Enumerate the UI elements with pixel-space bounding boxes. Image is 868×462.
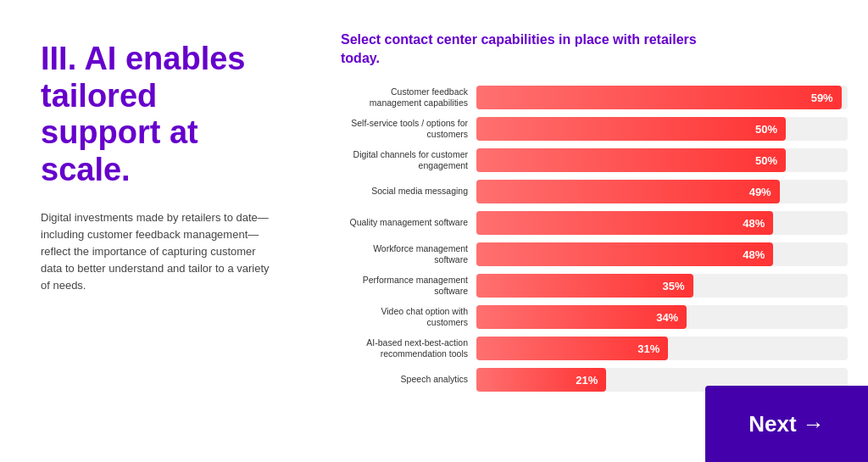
bar-label: Customer feedback management capabilitie… bbox=[341, 86, 468, 109]
bar-label: Social media messaging bbox=[341, 186, 468, 198]
bar-label: Performance management software bbox=[341, 275, 468, 298]
bar-value: 48% bbox=[743, 248, 765, 261]
bar-fill: 48% bbox=[476, 242, 773, 266]
bar-label: Digital channels for customer engagement bbox=[341, 149, 468, 172]
bar-fill: 31% bbox=[476, 337, 668, 360]
chart-title: Select contact center capabilities in pl… bbox=[341, 31, 697, 67]
bar-fill: 21% bbox=[476, 368, 606, 392]
bar-row: Digital channels for customer engagement… bbox=[341, 147, 848, 174]
bar-value: 50% bbox=[755, 154, 777, 167]
bar-value: 31% bbox=[637, 342, 659, 355]
left-panel: III. AI enables tailored support at scal… bbox=[0, 0, 314, 462]
bar-fill: 50% bbox=[476, 148, 786, 172]
bar-row: Quality management software48% bbox=[341, 209, 848, 237]
bar-track: 34% bbox=[476, 305, 848, 329]
bar-row: Video chat option with customers34% bbox=[341, 303, 848, 331]
bar-row: Social media messaging49% bbox=[341, 178, 848, 205]
bar-row: AI-based next-best-action recommendation… bbox=[341, 335, 848, 362]
bar-row: Self-service tools / options for custome… bbox=[341, 115, 848, 142]
bar-label: Speech analytics bbox=[341, 374, 468, 386]
bar-fill: 49% bbox=[476, 180, 780, 203]
bar-row: Workforce management software48% bbox=[341, 241, 848, 268]
bar-fill: 34% bbox=[476, 305, 687, 329]
bar-track: 48% bbox=[476, 211, 848, 235]
bar-fill: 59% bbox=[476, 86, 842, 109]
next-button-label: Next → bbox=[748, 411, 825, 437]
bar-track: 31% bbox=[476, 337, 848, 360]
bar-value: 50% bbox=[755, 123, 777, 136]
bar-fill: 48% bbox=[476, 211, 773, 235]
bar-value: 49% bbox=[749, 186, 771, 198]
bar-track: 35% bbox=[476, 274, 848, 298]
bar-track: 59% bbox=[476, 86, 848, 109]
bar-label: AI-based next-best-action recommendation… bbox=[341, 337, 468, 360]
bar-value: 35% bbox=[662, 280, 684, 292]
bar-label: Quality management software bbox=[341, 217, 468, 229]
bar-value: 48% bbox=[743, 217, 765, 230]
bar-fill: 50% bbox=[476, 117, 786, 141]
bar-track: 50% bbox=[476, 148, 848, 172]
bar-label: Video chat option with customers bbox=[341, 306, 468, 329]
bar-fill: 35% bbox=[476, 274, 693, 298]
right-panel: Select contact center capabilities in pl… bbox=[314, 0, 868, 462]
bar-track: 48% bbox=[476, 242, 848, 266]
bar-value: 21% bbox=[576, 374, 598, 387]
bar-value: 59% bbox=[811, 92, 833, 104]
bar-label: Workforce management software bbox=[341, 243, 468, 266]
bar-row: Customer feedback management capabilitie… bbox=[341, 84, 848, 111]
main-heading: III. AI enables tailored support at scal… bbox=[41, 41, 280, 189]
bar-label: Self-service tools / options for custome… bbox=[341, 118, 468, 141]
bar-value: 34% bbox=[656, 311, 678, 324]
bar-track: 50% bbox=[476, 117, 848, 141]
sub-text: Digital investments made by retailers to… bbox=[41, 209, 278, 295]
bar-row: Performance management software35% bbox=[341, 272, 848, 299]
next-button[interactable]: Next → bbox=[705, 386, 868, 462]
bar-track: 49% bbox=[476, 180, 848, 203]
